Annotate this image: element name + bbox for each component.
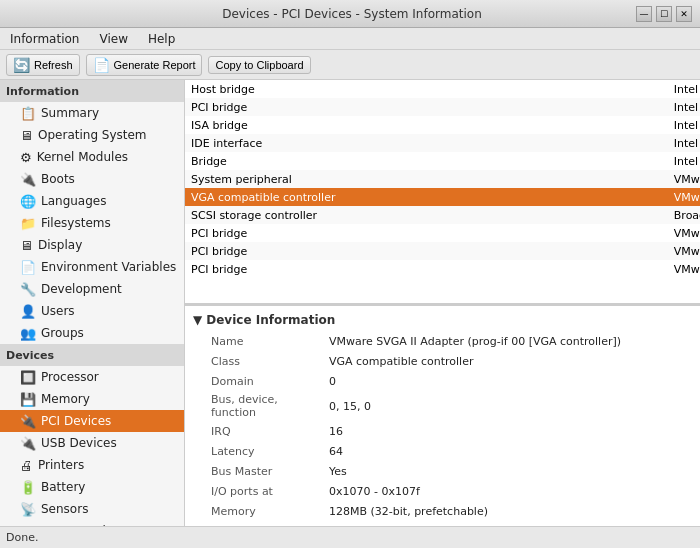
- device-info-label: Device Information: [206, 313, 335, 327]
- sidebar-item-input-devices[interactable]: ⌨Input Devices: [0, 520, 184, 526]
- sidebar-label-processor: Processor: [41, 370, 99, 384]
- device-description: Intel Corporation 82371AB/EB/MB PIIX4 ID…: [668, 134, 700, 152]
- window-controls[interactable]: — ☐ ✕: [636, 6, 692, 22]
- processor-icon: 🔲: [20, 370, 36, 385]
- clipboard-label: Copy to Clipboard: [215, 59, 303, 71]
- refresh-button[interactable]: 🔄 Refresh: [6, 54, 80, 76]
- collapse-icon[interactable]: ▼: [193, 313, 202, 327]
- sidebar-section-devices: Devices: [0, 344, 184, 366]
- toolbar: 🔄 Refresh 📄 Generate Report Copy to Clip…: [0, 50, 700, 80]
- sidebar-label-development: Development: [41, 282, 122, 296]
- sidebar-label-languages: Languages: [41, 194, 106, 208]
- generate-report-button[interactable]: 📄 Generate Report: [86, 54, 203, 76]
- main-layout: Information📋Summary🖥Operating System⚙Ker…: [0, 80, 700, 526]
- info-label: Bus, device, function: [191, 392, 321, 420]
- device-description: VMware PCI Express Root Port (rev 01) (p…: [668, 242, 700, 260]
- device-type: IDE interface: [185, 134, 668, 152]
- info-label: Domain: [191, 372, 321, 390]
- table-row[interactable]: PCI bridgeIntel Corporation 440BX/ZX/DX …: [185, 98, 700, 116]
- info-value: VGA compatible controller: [323, 352, 694, 370]
- info-row: Domain0: [191, 372, 694, 390]
- menu-information[interactable]: Information: [4, 30, 85, 48]
- groups-icon: 👥: [20, 326, 36, 341]
- sidebar-item-display[interactable]: 🖥Display: [0, 234, 184, 256]
- info-label: Memory: [191, 522, 321, 526]
- sidebar-label-summary: Summary: [41, 106, 99, 120]
- sidebar-item-boots[interactable]: 🔌Boots: [0, 168, 184, 190]
- table-row[interactable]: VGA compatible controllerVMware SVGA II …: [185, 188, 700, 206]
- table-row[interactable]: ISA bridgeIntel Corporation 82371AB/EB/M…: [185, 116, 700, 134]
- device-description: VMware SVGA II Adapter (prog-if 00 [VGA …: [668, 188, 700, 206]
- sidebar-item-memory[interactable]: 💾Memory: [0, 388, 184, 410]
- sidebar-item-printers[interactable]: 🖨Printers: [0, 454, 184, 476]
- device-type: Host bridge: [185, 80, 668, 98]
- sidebar-label-memory: Memory: [41, 392, 90, 406]
- menu-help[interactable]: Help: [142, 30, 181, 48]
- info-row: Memory128MB (32-bit, prefetchable): [191, 502, 694, 520]
- table-row[interactable]: BridgeIntel Corporation 82371AB/EB/MB PI…: [185, 152, 700, 170]
- table-row[interactable]: PCI bridgeVMware PCI Express Root Port (…: [185, 242, 700, 260]
- sidebar-section-information: Information: [0, 80, 184, 102]
- sidebar-item-summary[interactable]: 📋Summary: [0, 102, 184, 124]
- sidebar-item-kernel-modules[interactable]: ⚙Kernel Modules: [0, 146, 184, 168]
- sidebar-item-filesystems[interactable]: 📁Filesystems: [0, 212, 184, 234]
- sidebar-label-usb-devices: USB Devices: [41, 436, 117, 450]
- sidebar: Information📋Summary🖥Operating System⚙Ker…: [0, 80, 185, 526]
- sidebar-label-kernel-modules: Kernel Modules: [37, 150, 128, 164]
- info-label: Latency: [191, 442, 321, 460]
- table-row[interactable]: Host bridgeIntel Corporation 440BX/ZX/DX…: [185, 80, 700, 98]
- users-icon: 👤: [20, 304, 36, 319]
- refresh-label: Refresh: [34, 59, 73, 71]
- device-type: SCSI storage controller: [185, 206, 668, 224]
- table-row[interactable]: SCSI storage controllerBroadcom / LSI 53…: [185, 206, 700, 224]
- info-label: Name: [191, 332, 321, 350]
- sidebar-item-env-variables[interactable]: 📄Environment Variables: [0, 256, 184, 278]
- sidebar-item-sensors[interactable]: 📡Sensors: [0, 498, 184, 520]
- info-row: NameVMware SVGA II Adapter (prog-if 00 […: [191, 332, 694, 350]
- device-description: Intel Corporation 82371AB/EB/MB PIIX4 AC…: [668, 152, 700, 170]
- table-row[interactable]: PCI bridgeVMware PCI Express Root Port (…: [185, 260, 700, 278]
- info-value: 64: [323, 442, 694, 460]
- menu-view[interactable]: View: [93, 30, 133, 48]
- device-description: Intel Corporation 440BX/ZX/DX - 82443BX/…: [668, 80, 700, 98]
- info-label: Memory: [191, 502, 321, 520]
- languages-icon: 🌐: [20, 194, 36, 209]
- close-button[interactable]: ✕: [676, 6, 692, 22]
- info-label: IRQ: [191, 422, 321, 440]
- device-type: PCI bridge: [185, 242, 668, 260]
- sidebar-item-languages[interactable]: 🌐Languages: [0, 190, 184, 212]
- sidebar-item-operating-system[interactable]: 🖥Operating System: [0, 124, 184, 146]
- status-text: Done.: [6, 531, 38, 544]
- device-type: ISA bridge: [185, 116, 668, 134]
- sidebar-item-groups[interactable]: 👥Groups: [0, 322, 184, 344]
- minimize-button[interactable]: —: [636, 6, 652, 22]
- device-description: VMware PCI bridge (rev 02) (prog-if 01 […: [668, 224, 700, 242]
- info-value: 0, 15, 0: [323, 392, 694, 420]
- info-row: Memory8MB (32-bit, non-prefetchable): [191, 522, 694, 526]
- info-label: I/O ports at: [191, 482, 321, 500]
- table-row[interactable]: IDE interfaceIntel Corporation 82371AB/E…: [185, 134, 700, 152]
- sidebar-item-users[interactable]: 👤Users: [0, 300, 184, 322]
- table-row[interactable]: System peripheralVMware Virtual Machine …: [185, 170, 700, 188]
- info-row: Bus MasterYes: [191, 462, 694, 480]
- sidebar-label-filesystems: Filesystems: [41, 216, 111, 230]
- maximize-button[interactable]: ☐: [656, 6, 672, 22]
- table-row[interactable]: PCI bridgeVMware PCI bridge (rev 02) (pr…: [185, 224, 700, 242]
- info-row: I/O ports at0x1070 - 0x107f: [191, 482, 694, 500]
- info-row: ClassVGA compatible controller: [191, 352, 694, 370]
- report-label: Generate Report: [114, 59, 196, 71]
- sidebar-item-usb-devices[interactable]: 🔌USB Devices: [0, 432, 184, 454]
- device-description: Broadcom / LSI 53c1030 PCI-X Fusion-MPT …: [668, 206, 700, 224]
- device-list[interactable]: Host bridgeIntel Corporation 440BX/ZX/DX…: [185, 80, 700, 306]
- info-row: Latency64: [191, 442, 694, 460]
- sidebar-item-development[interactable]: 🔧Development: [0, 278, 184, 300]
- menubar: Information View Help: [0, 28, 700, 50]
- sidebar-item-pci-devices[interactable]: 🔌PCI Devices: [0, 410, 184, 432]
- copy-clipboard-button[interactable]: Copy to Clipboard: [208, 56, 310, 74]
- sidebar-label-display: Display: [38, 238, 82, 252]
- sidebar-item-processor[interactable]: 🔲Processor: [0, 366, 184, 388]
- info-row: Bus, device, function0, 15, 0: [191, 392, 694, 420]
- device-type: VGA compatible controller: [185, 188, 668, 206]
- sidebar-item-battery[interactable]: 🔋Battery: [0, 476, 184, 498]
- info-label: Bus Master: [191, 462, 321, 480]
